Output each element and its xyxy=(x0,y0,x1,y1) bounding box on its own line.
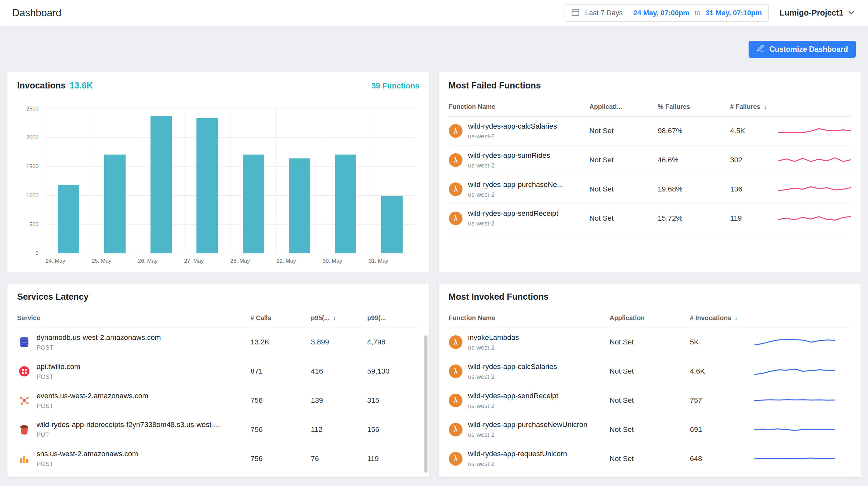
column-header-calls[interactable]: # Calls xyxy=(250,310,311,328)
failed-function-row[interactable]: λwild-rydes-app-purchaseNe...us-west-2No… xyxy=(448,175,851,204)
entity-name[interactable]: api.twilio.com xyxy=(37,362,80,371)
entity-name[interactable]: wild-rydes-app-calcSalaries xyxy=(468,362,557,371)
entity-sublabel: us-west-2 xyxy=(468,191,563,199)
invocations-bar[interactable] xyxy=(289,159,310,253)
invoked-function-row[interactable]: λwild-rydes-app-requestUnicornus-west-2N… xyxy=(448,444,851,474)
invocations-panel-title: Invocations13.6K xyxy=(17,81,93,91)
trend-sparkline xyxy=(754,364,835,378)
num-failures-cell: 136 xyxy=(730,175,778,204)
date-range-picker[interactable]: Last 7 Days 24 May, 07:00pm to 31 May, 0… xyxy=(564,4,769,22)
application-cell: Not Set xyxy=(610,357,690,386)
entity-sublabel: us-west-2 xyxy=(468,162,550,169)
column-header-service[interactable]: Service xyxy=(17,310,250,328)
column-header-failures[interactable]: # Failures↓ xyxy=(730,98,778,117)
functions-count-link[interactable]: 39 Functions xyxy=(372,81,420,90)
entity-sublabel: us-west-2 xyxy=(468,133,557,140)
project-selector[interactable]: Lumigo-Project1 xyxy=(780,8,856,18)
lambda-icon: λ xyxy=(448,393,463,408)
sort-descending-icon[interactable]: ↓ xyxy=(333,314,336,321)
entity-name[interactable]: wild-rydes-app-ridereceipts-f2yn7338om48… xyxy=(37,420,220,429)
invocations-bar[interactable] xyxy=(104,154,126,253)
column-label: p95(... xyxy=(311,314,330,321)
invocations-total: 13.6K xyxy=(70,81,93,90)
service-row[interactable]: api.twilio.comPOST87141659,130 xyxy=(17,357,420,386)
vertical-scrollbar[interactable] xyxy=(424,335,428,473)
service-row[interactable]: sns.us-west-2.amazonaws.comPOST75676119 xyxy=(17,444,420,474)
entity-name[interactable]: wild-rydes-app-sendReceipt xyxy=(468,209,558,218)
y-tick-label: 0 xyxy=(17,250,38,257)
invocations-bar[interactable] xyxy=(151,116,172,253)
invocations-cell: 5K xyxy=(690,328,754,357)
column-header-spark[interactable] xyxy=(754,310,851,328)
customize-dashboard-button[interactable]: Customize Dashboard xyxy=(749,41,856,58)
v-gridline xyxy=(92,109,92,253)
entity-sublabel: POST xyxy=(37,460,138,468)
table-header-row: Function NameApplicati...% Failures# Fai… xyxy=(448,98,851,117)
column-header-spark[interactable] xyxy=(778,98,851,117)
trend-sparkline xyxy=(754,452,835,466)
calls-cell: 756 xyxy=(250,386,311,415)
column-label: % Failures xyxy=(658,103,690,110)
chevron-down-icon xyxy=(847,8,856,18)
x-tick-label: 30. May xyxy=(323,253,342,264)
service-row[interactable]: events.us-west-2.amazonaws.comPOST756139… xyxy=(17,386,420,415)
entity-name[interactable]: wild-rydes-app-purchaseNewUnicron xyxy=(468,420,587,429)
invocations-bar[interactable] xyxy=(243,154,264,253)
most-failed-panel-title: Most Failed Functions xyxy=(448,81,851,91)
column-header-function-name[interactable]: Function Name xyxy=(448,310,610,328)
invoked-function-row[interactable]: λwild-rydes-app-purchaseNewUnicronus-wes… xyxy=(448,415,851,444)
column-header-failures[interactable]: % Failures xyxy=(658,98,730,117)
application-cell: Not Set xyxy=(610,328,690,357)
invoked-function-row[interactable]: λinvokeLambdasus-west-2Not Set5K xyxy=(448,328,851,357)
trend-sparkline xyxy=(778,182,851,196)
calls-cell: 756 xyxy=(250,415,311,444)
invocations-bar[interactable] xyxy=(381,196,403,253)
entity-name[interactable]: sns.us-west-2.amazonaws.com xyxy=(37,449,138,458)
entity-name[interactable]: wild-rydes-app-sendReceipt xyxy=(468,391,558,400)
entity-name[interactable]: wild-rydes-app-requestUnicorn xyxy=(468,449,567,458)
calendar-icon xyxy=(571,8,580,18)
column-header-p99[interactable]: p99(... xyxy=(367,310,420,328)
trend-sparkline xyxy=(778,153,851,167)
entity-name[interactable]: wild-rydes-app-calcSalaries xyxy=(468,122,557,131)
pct-failures-cell: 46.6% xyxy=(658,145,730,175)
invocations-bar[interactable] xyxy=(196,118,218,253)
sort-descending-icon[interactable]: ↓ xyxy=(764,103,767,110)
entity-name[interactable]: wild-rydes-app-sumRides xyxy=(468,151,550,160)
trend-sparkline xyxy=(754,393,835,408)
column-header-p95[interactable]: p95(...↓ xyxy=(311,310,367,328)
column-header-applicati[interactable]: Applicati... xyxy=(589,98,658,117)
failed-function-row[interactable]: λwild-rydes-app-sumRidesus-west-2Not Set… xyxy=(448,145,851,175)
v-gridline xyxy=(323,109,323,253)
column-header-function-name[interactable]: Function Name xyxy=(448,98,589,117)
column-header-application[interactable]: Application xyxy=(610,310,690,328)
y-tick-label: 2500 xyxy=(17,106,38,112)
lambda-icon: λ xyxy=(448,452,463,466)
x-tick-label: 25. May xyxy=(92,253,111,264)
entity-name[interactable]: wild-rydes-app-purchaseNe... xyxy=(468,180,563,189)
s3-icon xyxy=(17,423,31,437)
main-content: Customize Dashboard Invocations13.6K 39 … xyxy=(0,26,868,478)
entity-name[interactable]: invokeLambdas xyxy=(468,333,519,342)
entity-name[interactable]: events.us-west-2.amazonaws.com xyxy=(37,391,148,400)
invoked-function-row[interactable]: λwild-rydes-app-sendReceiptus-west-2Not … xyxy=(448,386,851,415)
application-cell: Not Set xyxy=(589,204,658,233)
sort-descending-icon[interactable]: ↓ xyxy=(735,314,738,321)
invocations-bar[interactable] xyxy=(58,185,79,254)
entity-sublabel: POST xyxy=(37,402,148,410)
application-cell: Not Set xyxy=(610,415,690,444)
failed-function-row[interactable]: λwild-rydes-app-calcSalariesus-west-2Not… xyxy=(448,117,851,146)
service-row[interactable]: dynamodb.us-west-2.amazonaws.comPOST13.2… xyxy=(17,328,420,357)
invocations-bar[interactable] xyxy=(335,154,356,253)
application-cell: Not Set xyxy=(589,117,658,146)
failed-function-row[interactable]: λwild-rydes-app-sendReceiptus-west-2Not … xyxy=(448,204,851,233)
invoked-function-row[interactable]: λwild-rydes-app-calcSalariesus-west-2Not… xyxy=(448,357,851,386)
service-row[interactable]: wild-rydes-app-ridereceipts-f2yn7338om48… xyxy=(17,415,420,444)
table-header-row: Function NameApplication# Invocations↓ xyxy=(448,310,851,328)
x-tick-label: 28. May xyxy=(230,253,250,264)
y-tick-label: 2000 xyxy=(17,135,38,141)
lambda-icon: λ xyxy=(448,182,463,196)
entity-name[interactable]: dynamodb.us-west-2.amazonaws.com xyxy=(37,333,161,342)
twilio-icon xyxy=(17,364,31,378)
column-header-invocations[interactable]: # Invocations↓ xyxy=(690,310,754,328)
